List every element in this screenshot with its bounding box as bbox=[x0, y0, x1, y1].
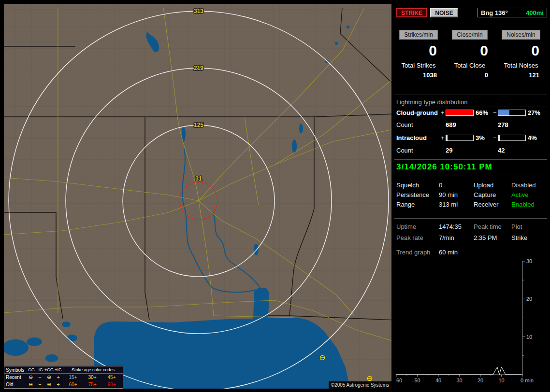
cg-positive-count: 689 bbox=[446, 121, 456, 128]
distribution-title: Lightning type distribution bbox=[396, 98, 467, 106]
minus-icon: − bbox=[35, 382, 44, 387]
squelch-label: Squelch bbox=[396, 182, 419, 189]
peak-rate-value: 7/min bbox=[439, 234, 454, 241]
legend-old-row: Old ⊖ − ⊕ + 60+ 75+ 90+ bbox=[4, 381, 123, 388]
cg-positive-bar bbox=[446, 110, 474, 116]
age-60: 60+ bbox=[63, 382, 83, 387]
cg-negative-bar bbox=[498, 110, 526, 116]
circle-plus-icon: ⊕ bbox=[44, 375, 54, 380]
plus-icon: + bbox=[54, 382, 63, 387]
total-close-value: 0 bbox=[446, 71, 494, 79]
total-strikes-label: Total Strikes bbox=[394, 62, 443, 69]
divider bbox=[394, 176, 547, 176]
upload-label: Upload bbox=[474, 182, 493, 189]
upload-status: Disabled bbox=[511, 182, 536, 189]
legend-header-row: Symbols -CG -IC +CG +IC Strike age color… bbox=[4, 366, 123, 374]
ring-label-125: 125 bbox=[194, 122, 203, 128]
divider bbox=[394, 95, 547, 95]
legend-symbols-label: Symbols bbox=[4, 367, 26, 373]
map-canvas: 313 219 125 31 bbox=[4, 4, 391, 389]
range-label: Range bbox=[396, 201, 415, 208]
svg-text:20: 20 bbox=[526, 296, 532, 302]
plot-value: Strike bbox=[511, 234, 527, 241]
ic-negative-bar bbox=[498, 135, 526, 141]
legend-old-label: Old bbox=[4, 382, 26, 387]
squelch-upload-row: Squelch 0 Upload Disabled bbox=[394, 182, 547, 189]
squelch-value: 0 bbox=[439, 182, 442, 189]
legend-col-pos-ic: +IC bbox=[54, 367, 63, 372]
svg-text:60: 60 bbox=[396, 378, 402, 383]
date-time-clock: 3/14/2026 10:50:11 PM bbox=[396, 162, 492, 172]
svg-text:10: 10 bbox=[498, 378, 504, 383]
svg-text:20: 20 bbox=[478, 378, 483, 383]
peak-rate-label: Peak rate bbox=[396, 234, 423, 241]
svg-text:50: 50 bbox=[414, 378, 420, 383]
legend-col-pos-cg: +CG bbox=[44, 367, 54, 372]
ic-positive-count: 29 bbox=[446, 147, 452, 154]
total-strikes-column: Total Strikes 1038 bbox=[394, 62, 443, 79]
bearing-value: Bng 136° bbox=[481, 9, 508, 16]
status-panel: STRIKE NOISE Bng 136° 400mi Strikes/min … bbox=[394, 4, 547, 389]
svg-text:0 min: 0 min bbox=[521, 378, 534, 383]
strike-mode-button[interactable]: STRIKE bbox=[396, 8, 427, 17]
minus-sign: − bbox=[493, 109, 497, 116]
capture-label: Capture bbox=[474, 191, 496, 198]
persistence-value: 90 min bbox=[439, 191, 458, 198]
svg-text:10: 10 bbox=[526, 334, 532, 340]
noises-per-min-value: 0 bbox=[497, 42, 545, 59]
capture-status: Active bbox=[511, 191, 528, 198]
plus-sign: + bbox=[441, 109, 445, 116]
receiver-label: Receiver bbox=[474, 201, 498, 208]
cg-negative-count: 278 bbox=[498, 121, 508, 128]
minus-sign: − bbox=[493, 134, 497, 141]
noise-mode-button[interactable]: NOISE bbox=[430, 8, 458, 17]
divider bbox=[394, 218, 547, 219]
total-noises-value: 121 bbox=[497, 71, 545, 79]
range-receiver-row: Range 313 mi Receiver Enabled bbox=[394, 201, 547, 208]
ic-negative-count: 42 bbox=[498, 147, 505, 154]
svg-text:30: 30 bbox=[526, 258, 532, 264]
close-per-min-column: Close/min 0 bbox=[446, 30, 494, 59]
age-30: 30+ bbox=[83, 375, 102, 380]
legend-age-title: Strike age color codes bbox=[63, 367, 123, 372]
age-75: 75+ bbox=[83, 382, 102, 387]
trend-graph-label: Trend graph bbox=[396, 249, 430, 256]
lightning-map[interactable]: 313 219 125 31 Symbols -CG -IC +CG +IC S… bbox=[4, 4, 391, 389]
ic-positive-bar bbox=[446, 135, 474, 141]
noises-per-min-chip[interactable]: Noises/min bbox=[502, 30, 540, 40]
plot-label: Plot bbox=[511, 223, 522, 230]
ic-negative-pct: 4% bbox=[528, 134, 537, 141]
total-close-column: Total Close 0 bbox=[446, 62, 494, 79]
ic-positive-pct: 3% bbox=[476, 134, 485, 141]
cg-positive-pct: 66% bbox=[476, 109, 488, 116]
total-noises-column: Total Noises 121 bbox=[497, 62, 545, 79]
cloud-ground-row: Cloud-ground + 66% − 27% bbox=[394, 109, 547, 116]
peak-time-label: Peak time bbox=[474, 223, 502, 230]
cloud-ground-count-row: Count 689 278 bbox=[394, 121, 547, 128]
intracloud-label: Intracloud bbox=[396, 134, 427, 141]
cg-negative-pct: 27% bbox=[528, 109, 540, 116]
peak-time-value: 2:35 PM bbox=[474, 234, 497, 241]
map-legend: Symbols -CG -IC +CG +IC Strike age color… bbox=[4, 366, 123, 389]
close-per-min-chip[interactable]: Close/min bbox=[452, 30, 487, 40]
divider bbox=[394, 107, 547, 107]
ring-label-313: 313 bbox=[194, 8, 203, 14]
strikes-per-min-chip[interactable]: Strikes/min bbox=[399, 30, 437, 40]
count-label: Count bbox=[396, 147, 413, 154]
range-value: 313 mi bbox=[439, 201, 458, 208]
ring-label-219: 219 bbox=[194, 65, 203, 71]
peak-rate-row: Peak rate 7/min 2:35 PM Strike bbox=[394, 234, 547, 241]
uptime-value: 1474:35 bbox=[439, 223, 462, 230]
legend-recent-label: Recent bbox=[4, 375, 26, 380]
age-15: 15+ bbox=[63, 375, 83, 380]
persistence-label: Persistence bbox=[396, 191, 429, 198]
plus-sign: + bbox=[441, 134, 445, 141]
plus-icon: + bbox=[54, 375, 63, 380]
intracloud-row: Intracloud + 3% − 4% bbox=[394, 134, 547, 141]
svg-text:30: 30 bbox=[456, 378, 462, 383]
uptime-row: Uptime 1474:35 Peak time Plot bbox=[394, 223, 547, 230]
trend-graph-row: Trend graph 60 min bbox=[394, 249, 547, 256]
total-strikes-value: 1038 bbox=[394, 71, 443, 79]
copyright-notice: ©2005 Astrogenic Systems bbox=[329, 381, 391, 389]
uptime-label: Uptime bbox=[396, 223, 416, 230]
